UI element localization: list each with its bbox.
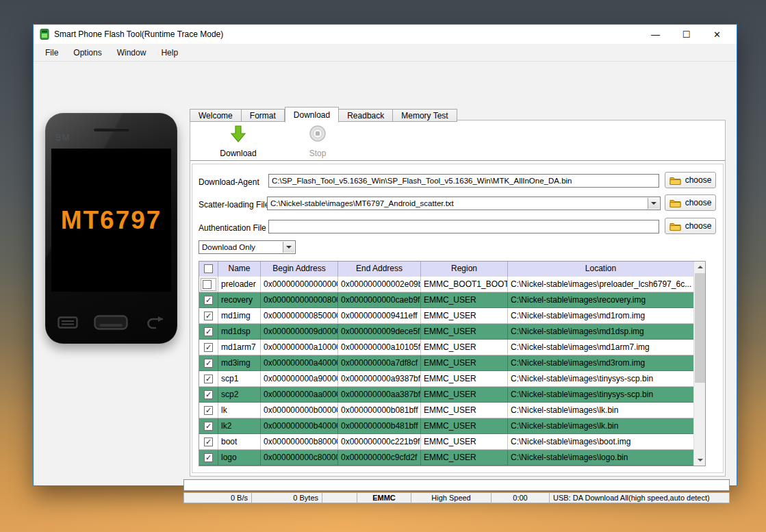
cell-begin: 0x000000000a900000 (261, 371, 338, 386)
download-agent-choose-button[interactable]: choose (665, 172, 716, 188)
table-row[interactable]: ✓md1arm70x000000000a1000000x000000000a10… (199, 340, 693, 355)
scatter-file-choose-button[interactable]: choose (665, 194, 716, 211)
select-all-checkbox[interactable] (204, 264, 213, 273)
table-row[interactable]: ✓md1dsp0x0000000009d000000x0000000009dec… (199, 324, 693, 340)
auth-file-label: Authentication File (199, 223, 266, 233)
cell-region: EMMC_USER (421, 403, 508, 418)
download-agent-input[interactable]: C:\SP_Flash_Tool_v5.1636_Win\SP_Flash_To… (268, 174, 659, 188)
app-icon (40, 29, 49, 40)
row-checkbox[interactable]: ✓ (204, 406, 213, 415)
auth-file-input[interactable] (268, 220, 659, 233)
stop-button[interactable]: Stop (286, 124, 349, 158)
minimize-button[interactable]: — (640, 25, 671, 44)
close-button[interactable]: ✕ (702, 25, 732, 44)
row-checkbox-cell: ✓ (199, 403, 218, 418)
phone-preview: BM MT6797 (45, 113, 177, 344)
cell-location: C:\Nickel-stable\images\tinysys-scp.bin (508, 371, 693, 386)
cell-name: scp2 (218, 387, 261, 402)
row-checkbox[interactable]: ✓ (204, 438, 213, 446)
maximize-button[interactable]: ☐ (671, 25, 702, 44)
cell-name: md1dsp (218, 324, 261, 339)
row-checkbox[interactable] (203, 280, 212, 289)
status-speed-mode: High Speed (411, 492, 491, 503)
cell-region: EMMC_USER (421, 324, 508, 339)
table-row[interactable]: ✓boot0x000000000b8000000x000000000c221b9… (199, 434, 693, 450)
scrollbar-thumb[interactable] (695, 273, 705, 383)
folder-icon (669, 199, 681, 207)
row-checkbox-cell: ✓ (199, 308, 218, 323)
scroll-up-icon[interactable] (694, 262, 706, 273)
row-checkbox-cell: ✓ (199, 434, 218, 449)
cell-region: EMMC_BOOT1_BOOT2 (421, 277, 508, 292)
auth-file-choose-button[interactable]: choose (665, 218, 716, 234)
download-arrow-icon (228, 124, 248, 144)
header-location[interactable]: Location (508, 262, 693, 277)
table-row[interactable]: ✓scp20x000000000aa000000x000000000aa387b… (199, 387, 693, 403)
choose-button-label: choose (685, 198, 712, 207)
row-checkbox[interactable]: ✓ (204, 359, 213, 368)
row-checkbox[interactable]: ✓ (204, 375, 213, 383)
table-row[interactable]: ✓recovery0x00000000000080000x0000000000c… (199, 292, 693, 308)
menu-bar: File Options Window Help (34, 44, 737, 62)
scroll-down-icon[interactable] (694, 455, 706, 466)
cell-location: C:\Nickel-stable\images\lk.bin (508, 418, 693, 433)
cell-location: C:\Nickel-stable\images\md3rom.img (508, 355, 693, 370)
tab-format[interactable]: Format (242, 109, 285, 122)
chevron-down-icon[interactable] (283, 242, 294, 253)
table-row[interactable]: ✓scp10x000000000a9000000x000000000a9387b… (199, 371, 693, 387)
tab-readback[interactable]: Readback (339, 109, 393, 122)
download-agent-label: Download-Agent (199, 177, 259, 187)
cell-end: 0x0000000000caeb9f (338, 292, 421, 307)
menu-options[interactable]: Options (66, 45, 109, 60)
progress-bar (183, 479, 730, 491)
row-checkbox[interactable]: ✓ (204, 343, 213, 352)
table-row[interactable]: ✓lk20x000000000b4000000x000000000b481bff… (199, 418, 693, 434)
scatter-file-combobox[interactable]: C:\Nickel-stable\images\MT6797_Android_s… (267, 197, 661, 210)
menu-help[interactable]: Help (153, 45, 186, 60)
table-scrollbar[interactable] (693, 262, 705, 466)
row-checkbox[interactable]: ✓ (204, 453, 213, 462)
download-options-group: Download-Agent C:\SP_Flash_Tool_v5.1636_… (192, 164, 724, 473)
tab-download[interactable]: Download (285, 107, 339, 123)
cell-end: 0x000000000b481bff (338, 418, 421, 433)
header-begin-address[interactable]: Begin Address (261, 262, 338, 277)
cell-location: C:\Nickel-stable\images\md1arm7.img (508, 340, 693, 355)
menu-file[interactable]: File (38, 45, 66, 60)
cell-begin: 0x0000000009d00000 (261, 324, 338, 339)
cell-name: preloader (218, 277, 261, 292)
menu-window[interactable]: Window (110, 45, 154, 60)
header-end-address[interactable]: End Address (338, 262, 421, 277)
cell-end: 0x0000000009411eff (338, 308, 421, 323)
row-checkbox-cell: ✓ (199, 418, 218, 433)
row-checkbox[interactable]: ✓ (204, 390, 213, 399)
tab-memory-test[interactable]: Memory Test (393, 109, 457, 122)
table-row[interactable]: ✓md3img0x000000000a4000000x000000000a7df… (199, 355, 693, 371)
row-checkbox[interactable]: ✓ (204, 422, 213, 431)
tab-welcome[interactable]: Welcome (190, 109, 242, 122)
row-checkbox[interactable]: ✓ (204, 296, 213, 305)
row-checkbox-cell: ✓ (199, 324, 218, 339)
cell-location: C:\Nickel-stable\images\logo.bin (508, 450, 693, 465)
header-name[interactable]: Name (218, 262, 261, 277)
cell-end: 0x000000000a9387bf (338, 371, 421, 386)
row-checkbox-cell (199, 277, 218, 292)
chevron-down-icon[interactable] (648, 198, 659, 209)
partition-table: Name Begin Address End Address Region Lo… (199, 261, 706, 466)
download-mode-select[interactable]: Download Only (199, 240, 296, 254)
header-region[interactable]: Region (421, 262, 508, 277)
select-all-checkbox-cell[interactable] (199, 262, 218, 277)
folder-icon (669, 222, 681, 231)
download-button-label: Download (207, 149, 270, 158)
table-row[interactable]: ✓lk0x000000000b0000000x000000000b081bffE… (199, 403, 693, 418)
row-checkbox[interactable]: ✓ (204, 327, 213, 336)
row-checkbox-cell: ✓ (199, 371, 218, 386)
row-checkbox[interactable]: ✓ (204, 312, 213, 320)
status-usb: USB: DA Download All(high speed,auto det… (549, 492, 730, 503)
table-row[interactable]: ✓md1img0x00000000085000000x0000000009411… (199, 308, 693, 324)
cell-name: lk2 (218, 418, 261, 433)
table-row[interactable]: preloader0x00000000000000000x00000000000… (199, 277, 693, 292)
table-row[interactable]: ✓logo0x000000000c8000000x000000000c9cfd2… (199, 450, 693, 466)
cell-begin: 0x000000000b800000 (261, 434, 338, 449)
row-checkbox-cell: ✓ (199, 340, 218, 355)
download-button[interactable]: Download (207, 124, 270, 158)
